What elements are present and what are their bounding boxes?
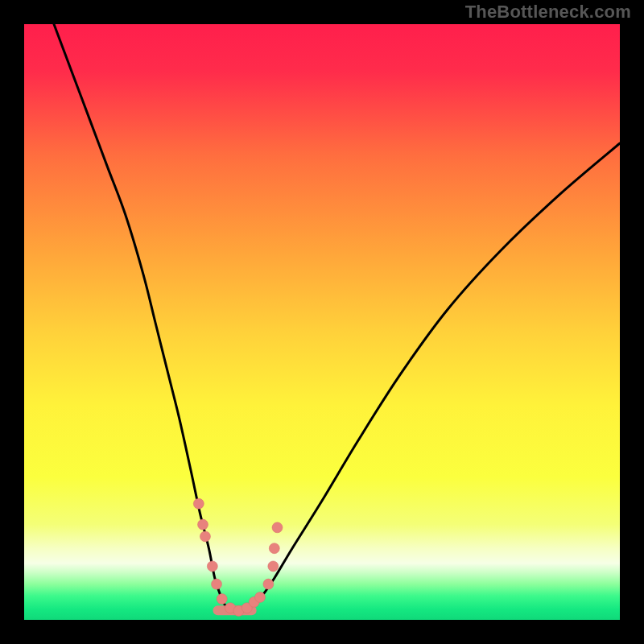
curve-marker bbox=[272, 522, 283, 533]
curve-marker bbox=[268, 561, 279, 572]
bottleneck-chart bbox=[24, 24, 620, 620]
curve-marker bbox=[269, 543, 279, 554]
curve-marker bbox=[263, 579, 274, 589]
curve-marker bbox=[212, 579, 222, 589]
watermark-text: TheBottleneck.com bbox=[465, 2, 631, 23]
curve-marker bbox=[217, 594, 227, 605]
curve-marker bbox=[200, 531, 210, 542]
curve-marker bbox=[255, 592, 266, 602]
curve-marker bbox=[193, 498, 204, 509]
plot-area bbox=[24, 24, 620, 620]
curve-marker bbox=[207, 561, 217, 572]
chart-stage: TheBottleneck.com bbox=[0, 0, 644, 644]
gradient-background bbox=[24, 24, 620, 620]
curve-marker bbox=[198, 519, 208, 530]
